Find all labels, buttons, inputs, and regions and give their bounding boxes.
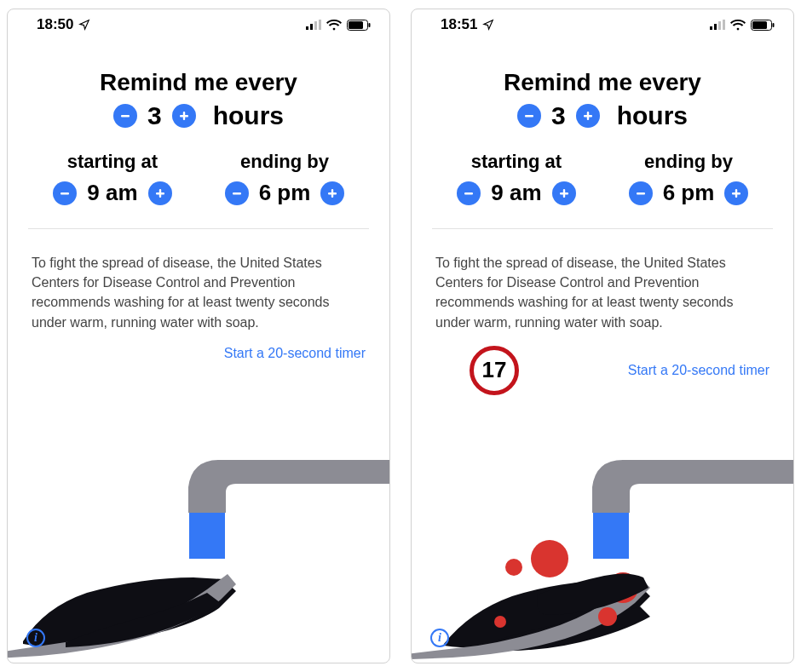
svg-rect-6 bbox=[369, 23, 371, 27]
svg-rect-24 bbox=[525, 115, 533, 117]
freq-increment-button[interactable] bbox=[172, 104, 196, 128]
start-decrement-button[interactable] bbox=[53, 181, 77, 205]
start-time-value: 9 am bbox=[486, 180, 546, 206]
faucet-hands-svg bbox=[8, 441, 389, 663]
svg-rect-10 bbox=[61, 192, 69, 194]
svg-rect-33 bbox=[593, 513, 629, 559]
freq-value: 3 bbox=[548, 101, 569, 130]
end-increment-button[interactable] bbox=[320, 181, 344, 205]
end-decrement-button[interactable] bbox=[629, 181, 653, 205]
times-row: starting at 9 am ending by bbox=[437, 151, 768, 228]
svg-rect-17 bbox=[710, 26, 712, 30]
svg-rect-16 bbox=[189, 513, 225, 559]
reminder-settings: Remind me every 3 hours starting at 9 am bbox=[412, 35, 793, 228]
start-decrement-button[interactable] bbox=[457, 181, 481, 205]
status-bar: 18:50 bbox=[8, 9, 389, 35]
svg-rect-32 bbox=[735, 189, 737, 198]
svg-rect-9 bbox=[182, 112, 184, 120]
start-time-stepper: 9 am bbox=[439, 180, 594, 206]
info-icon[interactable]: i bbox=[430, 629, 449, 647]
frequency-stepper: 3 hours bbox=[437, 101, 768, 130]
svg-rect-3 bbox=[319, 20, 321, 30]
end-increment-button[interactable] bbox=[724, 181, 748, 205]
times-row: starting at 9 am ending by bbox=[33, 151, 364, 228]
status-left: 18:50 bbox=[37, 16, 90, 33]
info-icon[interactable]: i bbox=[26, 629, 45, 647]
status-time: 18:51 bbox=[441, 16, 477, 33]
start-time-col: starting at 9 am bbox=[35, 151, 190, 206]
svg-point-39 bbox=[494, 616, 506, 628]
cellular-signal-icon bbox=[710, 20, 725, 30]
freq-decrement-button[interactable] bbox=[517, 104, 541, 128]
svg-rect-12 bbox=[158, 189, 160, 198]
start-time-value: 9 am bbox=[82, 180, 142, 206]
end-time-col: ending by 6 pm bbox=[207, 151, 362, 206]
svg-rect-29 bbox=[562, 189, 564, 198]
start-timer-link[interactable]: Start a 20-second timer bbox=[628, 363, 769, 378]
start-time-stepper: 9 am bbox=[35, 180, 190, 206]
end-time-value: 6 pm bbox=[658, 180, 720, 206]
freq-unit: hours bbox=[617, 101, 688, 130]
start-increment-button[interactable] bbox=[148, 181, 172, 205]
battery-icon bbox=[751, 20, 775, 31]
status-right bbox=[306, 20, 371, 31]
svg-rect-15 bbox=[331, 189, 333, 198]
cellular-signal-icon bbox=[306, 20, 321, 30]
settings-title: Remind me every bbox=[437, 69, 768, 96]
svg-rect-7 bbox=[121, 115, 130, 117]
phone-left: 18:50 Remind me every 3 bbox=[7, 9, 390, 663]
svg-rect-30 bbox=[637, 192, 645, 194]
freq-unit: hours bbox=[213, 101, 284, 130]
svg-rect-22 bbox=[752, 21, 767, 29]
svg-point-34 bbox=[505, 559, 522, 576]
svg-rect-26 bbox=[586, 112, 588, 120]
end-time-col: ending by 6 pm bbox=[611, 151, 766, 206]
start-time-label: starting at bbox=[35, 151, 190, 173]
reminder-settings: Remind me every 3 hours starting at 9 am bbox=[8, 35, 389, 228]
svg-point-38 bbox=[598, 607, 617, 626]
svg-point-35 bbox=[531, 540, 568, 577]
end-time-label: ending by bbox=[207, 151, 362, 173]
freq-value: 3 bbox=[144, 101, 165, 130]
end-time-value: 6 pm bbox=[254, 180, 316, 206]
settings-title: Remind me every bbox=[33, 69, 364, 96]
wifi-icon bbox=[326, 20, 342, 31]
svg-rect-19 bbox=[718, 21, 721, 30]
start-increment-button[interactable] bbox=[552, 181, 576, 205]
cdc-info-text: To fight the spread of disease, the Unit… bbox=[412, 229, 793, 337]
faucet-hands-svg bbox=[412, 441, 793, 663]
wifi-icon bbox=[730, 20, 746, 31]
phone-right: 18:51 Remind me every 3 bbox=[411, 9, 794, 663]
location-arrow-icon bbox=[482, 19, 494, 31]
freq-decrement-button[interactable] bbox=[113, 104, 137, 128]
status-left: 18:51 bbox=[441, 16, 494, 33]
end-time-stepper: 6 pm bbox=[207, 180, 362, 206]
start-timer-link[interactable]: Start a 20-second timer bbox=[224, 346, 366, 361]
battery-icon bbox=[347, 20, 371, 31]
countdown-timer: 17 bbox=[470, 346, 519, 395]
end-time-stepper: 6 pm bbox=[611, 180, 766, 206]
end-time-label: ending by bbox=[611, 151, 766, 173]
end-decrement-button[interactable] bbox=[225, 181, 249, 205]
svg-rect-27 bbox=[464, 192, 473, 194]
handwash-illustration bbox=[412, 411, 793, 663]
link-row: 17 Start a 20-second timer bbox=[412, 337, 793, 411]
location-arrow-icon bbox=[78, 19, 90, 31]
cdc-info-text: To fight the spread of disease, the Unit… bbox=[8, 229, 389, 337]
status-bar: 18:51 bbox=[412, 9, 793, 35]
svg-rect-2 bbox=[314, 21, 317, 30]
svg-rect-0 bbox=[306, 26, 308, 30]
link-row: Start a 20-second timer bbox=[8, 337, 389, 376]
handwash-illustration bbox=[8, 376, 389, 663]
frequency-stepper: 3 hours bbox=[33, 101, 364, 130]
svg-rect-5 bbox=[349, 21, 363, 29]
status-right bbox=[710, 20, 775, 31]
svg-rect-18 bbox=[714, 24, 717, 30]
freq-increment-button[interactable] bbox=[576, 104, 600, 128]
svg-rect-1 bbox=[310, 24, 313, 30]
svg-rect-20 bbox=[723, 20, 725, 30]
start-time-col: starting at 9 am bbox=[439, 151, 594, 206]
countdown-value: 17 bbox=[482, 357, 507, 383]
svg-rect-13 bbox=[233, 192, 241, 194]
svg-rect-23 bbox=[773, 23, 775, 27]
